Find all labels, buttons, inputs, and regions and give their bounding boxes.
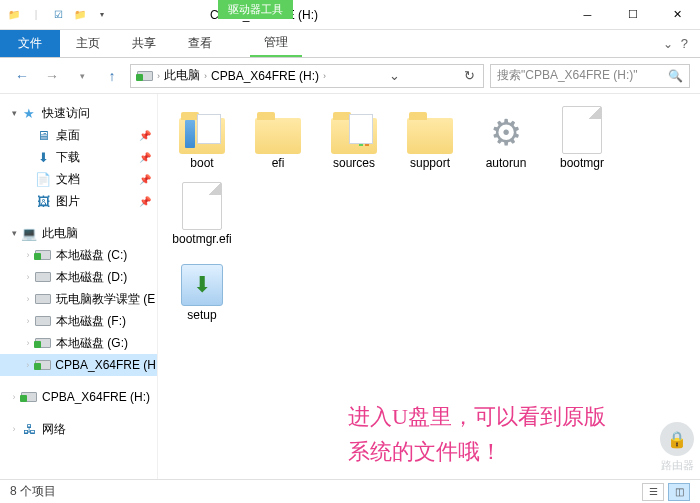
file-label: support bbox=[410, 156, 450, 170]
folder-icon bbox=[406, 106, 454, 154]
details-view-button[interactable]: ☰ bbox=[642, 483, 664, 501]
file-setup[interactable]: ⬇ setup bbox=[166, 258, 238, 322]
nav-documents[interactable]: 📄文档📌 bbox=[0, 168, 157, 190]
file-bootmgr[interactable]: bootmgr bbox=[546, 106, 618, 170]
chevron-right-icon[interactable]: › bbox=[22, 250, 34, 260]
annotation-line2: 系统的文件哦！ bbox=[348, 434, 606, 469]
drive-icon bbox=[34, 247, 52, 263]
drive-icon bbox=[34, 357, 52, 373]
nav-desktop[interactable]: 🖥桌面📌 bbox=[0, 124, 157, 146]
document-icon: 📄 bbox=[34, 171, 52, 187]
folder-icon bbox=[254, 106, 302, 154]
status-bar: 8 个项目 ☰ ◫ bbox=[0, 479, 700, 503]
titlebar: 📁 | ☑ 📁 ▾ 驱动器工具 CPBA_X64FRE (H:) ─ ☐ ✕ bbox=[0, 0, 700, 30]
refresh-icon[interactable]: ↻ bbox=[460, 68, 479, 83]
check-icon[interactable]: ☑ bbox=[50, 7, 66, 23]
file-label: sources bbox=[333, 156, 375, 170]
maximize-button[interactable]: ☐ bbox=[610, 0, 655, 30]
blank-file-icon bbox=[178, 182, 226, 230]
nav-forward-button[interactable]: → bbox=[40, 64, 64, 88]
addr-root[interactable]: 此电脑 bbox=[162, 67, 202, 84]
chevron-down-icon[interactable]: ▾ bbox=[8, 108, 20, 118]
picture-icon: 🖼 bbox=[34, 193, 52, 209]
addr-dropdown-icon[interactable]: ⌄ bbox=[385, 68, 404, 83]
installer-icon: ⬇ bbox=[178, 258, 226, 306]
nav-drive-f[interactable]: ›本地磁盘 (F:) bbox=[0, 310, 157, 332]
context-tab-label: 驱动器工具 bbox=[218, 0, 293, 19]
chevron-down-icon[interactable]: ▾ bbox=[8, 228, 20, 238]
tab-share[interactable]: 共享 bbox=[116, 30, 172, 57]
nav-this-pc[interactable]: ▾💻此电脑 bbox=[0, 222, 157, 244]
nav-drive-h-root[interactable]: ›CPBA_X64FRE (H:) bbox=[0, 386, 157, 408]
chevron-right-icon[interactable]: › bbox=[22, 294, 34, 304]
search-placeholder: 搜索"CPBA_X64FRE (H:)" bbox=[497, 67, 638, 84]
window-controls: ─ ☐ ✕ bbox=[565, 0, 700, 30]
chevron-right-icon[interactable]: › bbox=[22, 316, 34, 326]
tab-file[interactable]: 文件 bbox=[0, 30, 60, 57]
file-label: efi bbox=[272, 156, 285, 170]
file-label: bootmgr.efi bbox=[172, 232, 231, 246]
nav-pictures[interactable]: 🖼图片📌 bbox=[0, 190, 157, 212]
nav-downloads[interactable]: ⬇下载📌 bbox=[0, 146, 157, 168]
minimize-button[interactable]: ─ bbox=[565, 0, 610, 30]
chevron-right-icon[interactable]: › bbox=[22, 338, 34, 348]
network-icon: 🖧 bbox=[20, 421, 38, 437]
watermark-label: 路由器 bbox=[660, 458, 694, 473]
chevron-right-icon[interactable]: › bbox=[8, 392, 20, 402]
nav-recent-button[interactable]: ▾ bbox=[70, 64, 94, 88]
navigation-pane: ▾★快速访问 🖥桌面📌 ⬇下载📌 📄文档📌 🖼图片📌 ▾💻此电脑 ›本地磁盘 (… bbox=[0, 94, 158, 479]
watermark: 🔒 路由器 bbox=[660, 422, 694, 473]
tab-view[interactable]: 查看 bbox=[172, 30, 228, 57]
qat-dropdown-icon[interactable]: ▾ bbox=[94, 7, 110, 23]
drive-icon bbox=[34, 335, 52, 351]
chevron-right-icon[interactable]: › bbox=[22, 360, 34, 370]
nav-quick-access[interactable]: ▾★快速访问 bbox=[0, 102, 157, 124]
tab-home[interactable]: 主页 bbox=[60, 30, 116, 57]
quick-access-toolbar: 📁 | ☑ 📁 ▾ bbox=[0, 7, 110, 23]
pin-icon: 📌 bbox=[139, 130, 151, 141]
gear-icon: ⚙ bbox=[482, 106, 530, 154]
file-label: boot bbox=[190, 156, 213, 170]
content-pane[interactable]: boot efi sources support ⚙ autorun bootm… bbox=[158, 94, 700, 479]
folder-small-icon[interactable]: 📁 bbox=[72, 7, 88, 23]
ribbon-expand-button[interactable]: ⌄ ? bbox=[651, 30, 700, 57]
nav-back-button[interactable]: ← bbox=[10, 64, 34, 88]
nav-drive-e[interactable]: ›玩电脑教学课堂 (E bbox=[0, 288, 157, 310]
addr-current[interactable]: CPBA_X64FRE (H:) bbox=[209, 69, 321, 83]
file-autorun[interactable]: ⚙ autorun bbox=[470, 106, 542, 170]
search-input[interactable]: 搜索"CPBA_X64FRE (H:)" 🔍 bbox=[490, 64, 690, 88]
divider-icon: | bbox=[28, 7, 44, 23]
addr-drive-icon bbox=[135, 71, 155, 81]
nav-drive-d[interactable]: ›本地磁盘 (D:) bbox=[0, 266, 157, 288]
folder-support[interactable]: support bbox=[394, 106, 466, 170]
folder-boot[interactable]: boot bbox=[166, 106, 238, 170]
main-area: ▾★快速访问 🖥桌面📌 ⬇下载📌 📄文档📌 🖼图片📌 ▾💻此电脑 ›本地磁盘 (… bbox=[0, 94, 700, 479]
chevron-right-icon[interactable]: › bbox=[321, 71, 328, 81]
annotation-line1: 进入U盘里，可以看到原版 bbox=[348, 399, 606, 434]
star-icon: ★ bbox=[20, 105, 38, 121]
nav-network[interactable]: ›🖧网络 bbox=[0, 418, 157, 440]
status-item-count: 8 个项目 bbox=[10, 483, 56, 500]
pin-icon: 📌 bbox=[139, 152, 151, 163]
chevron-right-icon[interactable]: › bbox=[202, 71, 209, 81]
close-button[interactable]: ✕ bbox=[655, 0, 700, 30]
folder-efi[interactable]: efi bbox=[242, 106, 314, 170]
chevron-right-icon[interactable]: › bbox=[8, 424, 20, 434]
download-icon: ⬇ bbox=[34, 149, 52, 165]
drive-icon bbox=[34, 269, 52, 285]
chevron-right-icon[interactable]: › bbox=[155, 71, 162, 81]
nav-drive-h[interactable]: ›CPBA_X64FRE (H: bbox=[0, 354, 157, 376]
file-label: setup bbox=[187, 308, 216, 322]
chevron-right-icon[interactable]: › bbox=[22, 272, 34, 282]
icons-view-button[interactable]: ◫ bbox=[668, 483, 690, 501]
folder-icon bbox=[178, 106, 226, 154]
nav-drive-g[interactable]: ›本地磁盘 (G:) bbox=[0, 332, 157, 354]
address-search-bar: ← → ▾ ↑ › 此电脑 › CPBA_X64FRE (H:) › ⌄ ↻ 搜… bbox=[0, 58, 700, 94]
nav-drive-c[interactable]: ›本地磁盘 (C:) bbox=[0, 244, 157, 266]
nav-up-button[interactable]: ↑ bbox=[100, 64, 124, 88]
folder-sources[interactable]: sources bbox=[318, 106, 390, 170]
address-bar[interactable]: › 此电脑 › CPBA_X64FRE (H:) › ⌄ ↻ bbox=[130, 64, 484, 88]
tab-manage[interactable]: 管理 bbox=[250, 30, 302, 57]
file-bootmgr-efi[interactable]: bootmgr.efi bbox=[166, 182, 238, 246]
pc-icon: 💻 bbox=[20, 225, 38, 241]
